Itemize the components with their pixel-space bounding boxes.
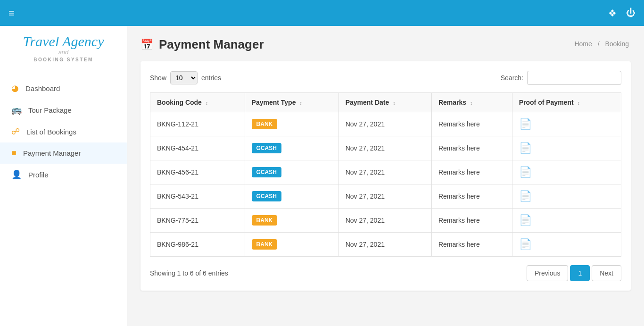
cell-payment-date: Nov 27, 2021 bbox=[339, 233, 431, 257]
cell-remarks: Remarks here bbox=[431, 160, 512, 184]
payment-type-badge[interactable]: GCASH bbox=[252, 191, 281, 201]
cell-payment-date: Nov 27, 2021 bbox=[339, 136, 431, 160]
cell-booking-code: BKNG-456-21 bbox=[150, 160, 245, 184]
power-icon[interactable]: ⏻ bbox=[626, 8, 636, 18]
page-1-button[interactable]: 1 bbox=[570, 265, 590, 281]
cell-remarks: Remarks here bbox=[431, 209, 512, 233]
sidebar: Travel Agency and BOOKING SYSTEM ◕ Dashb… bbox=[0, 26, 127, 326]
breadcrumb-current: Booking bbox=[605, 40, 629, 48]
breadcrumb: Home / Booking bbox=[572, 40, 631, 48]
sort-icon-remarks: ↕ bbox=[470, 100, 473, 106]
bus-icon: 🚌 bbox=[11, 105, 22, 115]
col-booking-code[interactable]: Booking Code ↕ bbox=[150, 93, 245, 112]
table-row: BKNG-456-21GCASHNov 27, 2021Remarks here… bbox=[150, 160, 621, 184]
logo-travel: Travel Agency bbox=[23, 33, 104, 49]
sort-icon-payment-type: ↕ bbox=[299, 100, 302, 106]
sidebar-item-list-of-bookings[interactable]: ☍ List of Bookings bbox=[0, 121, 127, 142]
proof-document-icon[interactable]: 📄 bbox=[519, 118, 532, 130]
proof-document-icon[interactable]: 📄 bbox=[519, 238, 532, 250]
cell-payment-type: GCASH bbox=[245, 184, 339, 209]
entries-select[interactable]: 10 25 50 100 bbox=[170, 71, 198, 84]
sort-icon-payment-date: ↕ bbox=[393, 100, 396, 106]
pagination-buttons: Previous 1 Next bbox=[527, 265, 621, 281]
page-title-icon: 📅 bbox=[140, 39, 153, 51]
table-row: BKNG-454-21GCASHNov 27, 2021Remarks here… bbox=[150, 136, 621, 160]
sidebar-label-dashboard: Dashboard bbox=[25, 84, 60, 92]
payment-type-badge[interactable]: GCASH bbox=[252, 167, 281, 177]
table-container: Show 10 25 50 100 entries Search: bbox=[140, 61, 631, 291]
cell-payment-date: Nov 27, 2021 bbox=[339, 184, 431, 209]
cell-remarks: Remarks here bbox=[431, 136, 512, 160]
cell-remarks: Remarks here bbox=[431, 112, 512, 136]
logo-and: and bbox=[5, 49, 122, 56]
cell-remarks: Remarks here bbox=[431, 184, 512, 209]
proof-document-icon[interactable]: 📄 bbox=[519, 214, 532, 226]
cell-proof: 📄 bbox=[512, 160, 621, 184]
logo-subtitle: BOOKING SYSTEM bbox=[5, 57, 122, 62]
payment-type-badge[interactable]: BANK bbox=[252, 239, 278, 250]
cell-payment-date: Nov 27, 2021 bbox=[339, 112, 431, 136]
page-header: 📅 Payment Manager Home / Booking bbox=[140, 37, 631, 52]
layout: Travel Agency and BOOKING SYSTEM ◕ Dashb… bbox=[0, 26, 644, 326]
proof-document-icon[interactable]: 📄 bbox=[519, 142, 532, 154]
col-payment-type[interactable]: Payment Type ↕ bbox=[245, 93, 339, 112]
page-title: Payment Manager bbox=[159, 37, 264, 52]
cell-payment-type: GCASH bbox=[245, 160, 339, 184]
search-input[interactable] bbox=[527, 71, 621, 85]
next-button[interactable]: Next bbox=[592, 265, 621, 281]
breadcrumb-sep: / bbox=[598, 40, 600, 48]
table-body: BKNG-112-21BANKNov 27, 2021Remarks here📄… bbox=[150, 112, 621, 257]
cell-proof: 📄 bbox=[512, 233, 621, 257]
cell-payment-type: BANK bbox=[245, 112, 339, 136]
top-bar: ≡ ❖ ⏻ bbox=[0, 0, 644, 26]
sort-icon-booking-code: ↕ bbox=[206, 100, 208, 106]
sidebar-item-dashboard[interactable]: ◕ Dashboard bbox=[0, 77, 127, 99]
hamburger-icon[interactable]: ≡ bbox=[8, 7, 15, 19]
payment-type-badge[interactable]: GCASH bbox=[252, 143, 281, 153]
cell-payment-type: BANK bbox=[245, 209, 339, 233]
cell-booking-code: BKNG-775-21 bbox=[150, 209, 245, 233]
payment-type-badge[interactable]: BANK bbox=[252, 215, 278, 226]
pagination-info: Showing 1 to 6 of 6 entries bbox=[150, 269, 228, 277]
person-icon: 👤 bbox=[11, 169, 22, 180]
table-row: BKNG-112-21BANKNov 27, 2021Remarks here📄 bbox=[150, 112, 621, 136]
cell-payment-type: BANK bbox=[245, 233, 339, 257]
col-proof[interactable]: Proof of Payment ↕ bbox=[512, 93, 621, 112]
proof-document-icon[interactable]: 📄 bbox=[519, 190, 532, 202]
col-remarks[interactable]: Remarks ↕ bbox=[431, 93, 512, 112]
pagination-area: Showing 1 to 6 of 6 entries Previous 1 N… bbox=[150, 265, 621, 281]
sidebar-label-tour-package: Tour Package bbox=[28, 106, 72, 114]
cell-payment-date: Nov 27, 2021 bbox=[339, 209, 431, 233]
prev-button[interactable]: Previous bbox=[527, 265, 568, 281]
cell-proof: 📄 bbox=[512, 209, 621, 233]
cell-payment-date: Nov 27, 2021 bbox=[339, 160, 431, 184]
show-entries: Show 10 25 50 100 entries bbox=[150, 71, 221, 84]
sort-icon-proof: ↕ bbox=[577, 100, 580, 106]
table-head: Booking Code ↕ Payment Type ↕ Payment Da… bbox=[150, 93, 621, 112]
cell-payment-type: GCASH bbox=[245, 136, 339, 160]
proof-document-icon[interactable]: 📄 bbox=[519, 166, 532, 178]
cell-booking-code: BKNG-454-21 bbox=[150, 136, 245, 160]
sidebar-item-profile[interactable]: 👤 Profile bbox=[0, 164, 127, 185]
sidebar-label-list-of-bookings: List of Bookings bbox=[26, 128, 76, 136]
payment-icon: ■ bbox=[11, 148, 17, 158]
sidebar-item-tour-package[interactable]: 🚌 Tour Package bbox=[0, 99, 127, 121]
entries-label: entries bbox=[201, 74, 221, 82]
main-content: 📅 Payment Manager Home / Booking Show 10… bbox=[127, 26, 644, 326]
table-row: BKNG-986-21BANKNov 27, 2021Remarks here📄 bbox=[150, 233, 621, 257]
breadcrumb-home[interactable]: Home bbox=[574, 40, 592, 48]
sidebar-label-payment-manager: Payment Manager bbox=[23, 149, 81, 157]
dashboard-icon: ◕ bbox=[11, 83, 19, 93]
resize-icon[interactable]: ❖ bbox=[608, 8, 617, 19]
table-controls: Show 10 25 50 100 entries Search: bbox=[150, 71, 621, 85]
col-payment-date[interactable]: Payment Date ↕ bbox=[339, 93, 431, 112]
payment-type-badge[interactable]: BANK bbox=[252, 119, 278, 129]
logo-area: Travel Agency and BOOKING SYSTEM bbox=[0, 26, 127, 69]
search-box: Search: bbox=[501, 71, 621, 85]
cell-booking-code: BKNG-112-21 bbox=[150, 112, 245, 136]
table-row: BKNG-543-21GCASHNov 27, 2021Remarks here… bbox=[150, 184, 621, 209]
top-bar-right: ❖ ⏻ bbox=[608, 8, 636, 19]
table-row: BKNG-775-21BANKNov 27, 2021Remarks here📄 bbox=[150, 209, 621, 233]
cell-booking-code: BKNG-986-21 bbox=[150, 233, 245, 257]
sidebar-item-payment-manager[interactable]: ■ Payment Manager bbox=[0, 142, 127, 164]
